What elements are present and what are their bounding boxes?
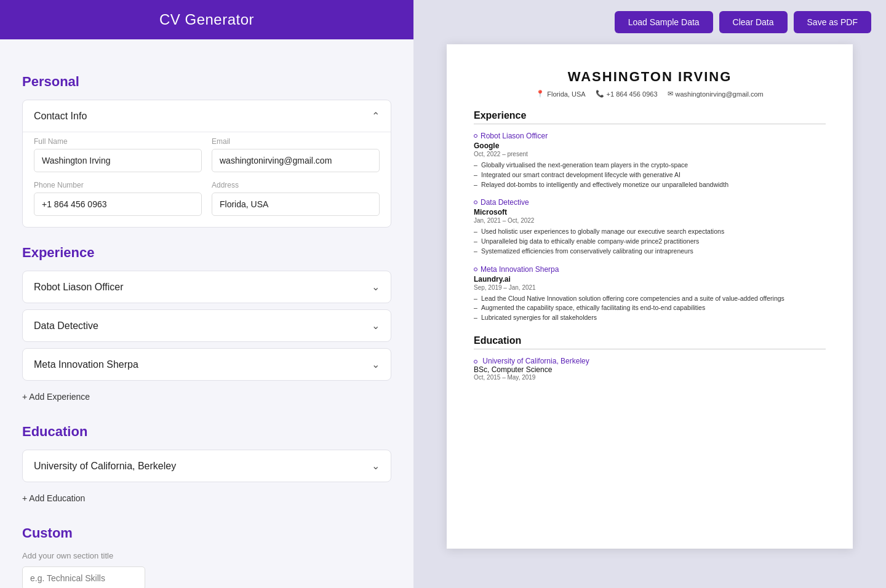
cv-job-1-bullets: Used holistic user experiences to global… [474,227,826,256]
right-panel: Load Sample Data Clear Data Save as PDF … [413,0,886,588]
cv-job-1-company: Microsoft [474,208,826,217]
experience-item-1-chevron-icon: ⌄ [372,320,380,332]
cv-job-2-bullet-2: Lubricated synergies for all stakeholder… [474,313,826,323]
education-section-title: Education [22,424,391,440]
cv-experience-title: Experience [474,110,826,124]
cv-job-2-bullet-1: Augmented the capability space, ethicall… [474,303,826,313]
email-icon: ✉ [668,90,673,98]
cv-job-0-dates: Oct, 2022 – present [474,151,826,157]
custom-section-input[interactable] [22,566,145,588]
experience-section-title: Experience [22,245,391,261]
cv-job-0-bullet-1: Integrated our smart contract developmen… [474,170,826,180]
header-title: CV Generator [159,11,254,28]
experience-item-1-header[interactable]: Data Detective ⌄ [23,310,391,341]
experience-item-2-title: Meta Innovation Sherpa [34,359,138,370]
app-title: CV Generator [0,0,413,39]
education-item-0: University of California, Berkeley ⌄ [22,450,391,482]
cv-job-2-company: Laundry.ai [474,275,826,284]
experience-item-1: Data Detective ⌄ [22,309,391,342]
cv-job-0-company: Google [474,141,826,150]
cv-email: ✉ washingtonirving@gmail.com [668,90,764,98]
experience-item-0-chevron-icon: ⌄ [372,281,380,293]
cv-preview-container: WASHINGTON IRVING 📍 Florida, USA 📞 +1 86… [413,44,886,567]
cv-paper: WASHINGTON IRVING 📍 Florida, USA 📞 +1 86… [447,44,853,549]
dot-icon-0 [474,134,477,138]
phone-icon: 📞 [596,90,604,98]
cv-job-2-title: Meta Innovation Sherpa [474,265,826,274]
dot-icon-2 [474,268,477,271]
cv-job-2-bullets: Lead the Cloud Native Innovation solutio… [474,294,826,323]
cv-contact-row: 📍 Florida, USA 📞 +1 864 456 0963 ✉ washi… [474,90,826,98]
save-pdf-button[interactable]: Save as PDF [794,11,871,33]
dot-icon-1 [474,201,477,204]
contact-info-card: Contact Info ⌃ Full Name Email Phone Num… [22,100,391,228]
cv-education-section: Education University of California, Berk… [474,335,826,381]
left-content: Personal Contact Info ⌃ Full Name Email [0,39,413,588]
cv-job-0-bullets: Globally virtualised the next-generation… [474,161,826,189]
email-label: Email [212,137,380,146]
cv-job-1-bullet-1: Unparalleled big data to ethically enabl… [474,237,826,247]
cv-job-0-bullet-2: Relayed dot-bombs to intelligently and e… [474,180,826,190]
experience-item-1-title: Data Detective [34,320,98,332]
experience-item-0-title: Robot Liason Officer [34,282,124,293]
email-group: Email [212,137,380,172]
cv-experience-section: Experience Robot Liason Officer Google O… [474,110,826,323]
cv-job-1-bullet-2: Systematized efficiencies from conservat… [474,247,826,256]
contact-form-grid: Full Name Email Phone Number Address [34,137,380,216]
load-sample-button[interactable]: Load Sample Data [615,11,713,33]
cv-edu-0-degree: BSc, Computer Science [474,365,826,374]
cv-education-title: Education [474,335,826,349]
cv-job-1: Data Detective Microsoft Jan, 2021 – Oct… [474,198,826,256]
cv-job-0-title: Robot Liason Officer [474,132,826,140]
experience-item-0-header[interactable]: Robot Liason Officer ⌄ [23,271,391,303]
education-item-0-title: University of California, Berkeley [34,461,176,472]
education-item-0-header[interactable]: University of California, Berkeley ⌄ [23,450,391,482]
dot-icon-edu-0 [474,360,477,364]
contact-info-body: Full Name Email Phone Number Address [23,132,391,227]
experience-item-0: Robot Liason Officer ⌄ [22,271,391,303]
cv-edu-0-dates: Oct, 2015 – May, 2019 [474,374,826,381]
experience-item-2-header[interactable]: Meta Innovation Sherpa ⌄ [23,349,391,380]
clear-data-button[interactable]: Clear Data [719,11,788,33]
cv-job-2: Meta Innovation Sherpa Laundry.ai Sep, 2… [474,265,826,323]
cv-location: 📍 Florida, USA [536,90,585,98]
email-input[interactable] [212,149,380,172]
left-panel: CV Generator Personal Contact Info ⌃ Ful… [0,0,413,588]
address-group: Address [212,181,380,216]
experience-item-2: Meta Innovation Sherpa ⌄ [22,348,391,381]
cv-edu-0: University of California, Berkeley BSc, … [474,357,826,381]
full-name-group: Full Name [34,137,202,172]
phone-input[interactable] [34,193,202,216]
address-label: Address [212,181,380,189]
custom-section-title: Custom [22,525,391,541]
contact-info-chevron-icon: ⌃ [372,110,380,122]
full-name-input[interactable] [34,149,202,172]
cv-job-1-dates: Jan, 2021 – Oct, 2022 [474,217,826,224]
location-icon: 📍 [536,90,545,98]
cv-job-2-dates: Sep, 2019 – Jan, 2021 [474,284,826,291]
cv-name: WASHINGTON IRVING [474,69,826,85]
custom-section-hint: Add your own section title [22,551,391,560]
contact-info-title: Contact Info [34,111,87,122]
cv-job-0-bullet-0: Globally virtualised the next-generation… [474,161,826,170]
cv-edu-0-name: University of California, Berkeley [474,357,826,365]
full-name-label: Full Name [34,137,202,146]
add-experience-button[interactable]: + Add Experience [22,387,90,407]
cv-job-1-title: Data Detective [474,198,826,207]
cv-phone: 📞 +1 864 456 0963 [596,90,658,98]
add-education-button[interactable]: + Add Education [22,488,85,508]
cv-job-0: Robot Liason Officer Google Oct, 2022 – … [474,132,826,189]
address-input[interactable] [212,193,380,216]
phone-label: Phone Number [34,181,202,189]
cv-job-1-bullet-0: Used holistic user experiences to global… [474,227,826,237]
cv-job-2-bullet-0: Lead the Cloud Native Innovation solutio… [474,294,826,304]
personal-section-title: Personal [22,74,391,90]
toolbar: Load Sample Data Clear Data Save as PDF [413,0,886,44]
experience-item-2-chevron-icon: ⌄ [372,359,380,370]
contact-info-header[interactable]: Contact Info ⌃ [23,100,391,132]
education-item-0-chevron-icon: ⌄ [372,460,380,472]
phone-group: Phone Number [34,181,202,216]
